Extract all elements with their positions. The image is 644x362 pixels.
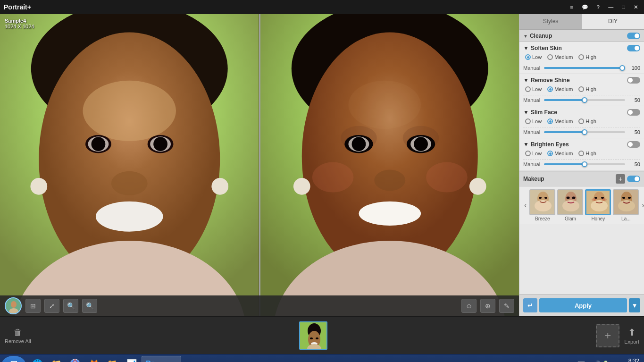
fit-button[interactable]: ⤢ <box>44 299 59 313</box>
svg-point-46 <box>562 200 579 211</box>
taskbar-app-portrait[interactable]: P+ Portrait+ <box>142 356 181 362</box>
taskbar-icon-explorer[interactable]: 📂 <box>104 356 122 362</box>
svg-point-8 <box>92 137 106 151</box>
brighten-eyes-slider[interactable] <box>544 163 625 165</box>
la-thumbnail[interactable] <box>613 189 639 215</box>
svg-point-60 <box>618 200 635 211</box>
taskbar-icon-spreadsheet[interactable]: 📊 <box>123 356 141 362</box>
maximize-button[interactable]: □ <box>619 3 627 11</box>
makeup-thumb-la[interactable]: La... <box>613 189 639 221</box>
remove-all-button[interactable]: 🗑 Remove All <box>5 328 31 344</box>
breeze-thumbnail[interactable] <box>529 189 555 215</box>
remove-shine-toggle[interactable] <box>627 77 640 84</box>
apply-button[interactable]: Apply <box>539 298 627 312</box>
makeup-toggle[interactable] <box>627 176 640 182</box>
makeup-next-button[interactable]: › <box>641 201 644 210</box>
brighten-eyes-slider-row: Manual 50 <box>523 161 640 167</box>
glam-label: Glam <box>557 216 583 221</box>
taskbar: ⊞ 🌐 📁 🦊 📂 📊 P+ Portrait+ EN ⌨ ▲ 🔊 🔋 8:32… <box>0 354 644 362</box>
soften-skin-high-radio[interactable] <box>578 54 584 60</box>
zoom-in-button[interactable]: 🔍 <box>82 299 97 313</box>
brighten-eyes-medium[interactable]: Medium <box>547 151 573 156</box>
makeup-thumb-honey[interactable]: Honey <box>585 189 611 221</box>
brighten-eyes-section: ▼ Brighten Eyes Low Medium High <box>519 138 644 170</box>
close-button[interactable]: ✕ <box>631 3 640 11</box>
soften-skin-radio-row: Low Medium High <box>523 54 640 60</box>
grid-view-button[interactable]: ⊞ <box>25 299 41 313</box>
makeup-thumb-glam[interactable]: Glam <box>557 189 583 221</box>
makeup-prev-button[interactable]: ‹ <box>523 201 527 210</box>
makeup-thumb-breeze[interactable]: Breeze <box>529 189 555 221</box>
taskbar-icon-firefox[interactable]: 🦊 <box>85 356 103 362</box>
soften-skin-low[interactable]: Low <box>525 54 542 60</box>
face-detect-button[interactable]: ☺ <box>461 299 477 313</box>
brighten-eyes-chevron: ▼ <box>523 141 529 148</box>
chat-icon[interactable]: 💬 <box>579 3 591 11</box>
canvas-area: Sample4 1024 X 1024 <box>0 14 519 316</box>
start-button[interactable]: ⊞ <box>2 356 25 362</box>
brighten-eyes-medium-radio[interactable] <box>547 151 553 156</box>
slim-face-manual-label: Manual <box>523 129 541 135</box>
brush-button[interactable]: ✎ <box>499 299 514 313</box>
svg-point-42 <box>539 197 542 199</box>
remove-shine-high-radio[interactable] <box>578 86 584 92</box>
taskbar-icon-chrome[interactable] <box>66 356 84 362</box>
export-label: Export <box>624 339 639 345</box>
svg-point-15 <box>211 178 228 195</box>
apply-icon-button[interactable]: ↵ <box>523 298 537 312</box>
tab-styles[interactable]: Styles <box>519 14 582 29</box>
export-button[interactable]: ⬆ Export <box>624 327 639 345</box>
canvas-label: Sample4 1024 X 1024 <box>5 18 34 29</box>
svg-point-67 <box>316 337 318 339</box>
soften-skin-low-radio[interactable] <box>525 54 531 60</box>
help-icon[interactable]: ? <box>594 3 602 11</box>
svg-point-43 <box>544 197 547 199</box>
filmstrip-thumb-1[interactable] <box>299 321 327 350</box>
app-title: Portrait+ <box>4 3 31 11</box>
slim-face-toggle[interactable] <box>627 109 640 116</box>
glam-thumbnail[interactable] <box>557 189 583 215</box>
minimize-button[interactable]: — <box>606 3 616 11</box>
remove-shine-low-radio[interactable] <box>525 86 531 92</box>
makeup-add-button[interactable]: + <box>616 174 625 184</box>
cleanup-toggle[interactable] <box>627 33 640 39</box>
remove-shine-slider[interactable] <box>544 99 625 101</box>
slim-face-high[interactable]: High <box>578 118 596 124</box>
filmstrip: 🗑 Remove All + ⬆ Export <box>0 316 644 354</box>
taskbar-icon-files[interactable]: 📁 <box>47 356 65 362</box>
stamp-button[interactable]: ⊕ <box>480 299 495 313</box>
slim-face-low-radio[interactable] <box>525 118 531 124</box>
taskbar-icon-ie[interactable]: 🌐 <box>28 356 46 362</box>
tab-diy[interactable]: DIY <box>582 14 644 29</box>
soften-skin-medium-radio[interactable] <box>547 54 553 60</box>
slim-face-high-radio[interactable] <box>578 118 584 124</box>
export-icon: ⬆ <box>628 327 636 338</box>
apply-area: ↵ Apply ▼ <box>519 294 644 316</box>
makeup-label: Makeup <box>523 176 616 182</box>
brighten-eyes-high[interactable]: High <box>578 151 596 156</box>
slim-face-slider[interactable] <box>544 131 625 133</box>
remove-shine-medium[interactable]: Medium <box>547 86 573 92</box>
menu-icon-1[interactable]: ≡ <box>568 3 575 11</box>
remove-shine-low[interactable]: Low <box>525 86 542 92</box>
remove-shine-medium-radio[interactable] <box>547 86 553 92</box>
brighten-eyes-high-radio[interactable] <box>578 151 584 156</box>
apply-dropdown-button[interactable]: ▼ <box>629 298 640 312</box>
remove-shine-high[interactable]: High <box>578 86 596 92</box>
soften-skin-medium[interactable]: Medium <box>547 54 573 60</box>
brighten-eyes-low[interactable]: Low <box>525 151 542 156</box>
slim-face-low[interactable]: Low <box>525 118 542 124</box>
soften-skin-toggle[interactable] <box>627 45 640 51</box>
soften-skin-high[interactable]: High <box>578 54 596 60</box>
brighten-eyes-low-radio[interactable] <box>525 151 531 156</box>
filmstrip-add-button[interactable]: + <box>596 324 619 347</box>
honey-thumbnail[interactable] <box>585 189 611 215</box>
brighten-eyes-toggle[interactable] <box>627 141 640 148</box>
cleanup-chevron: ▼ <box>523 34 528 39</box>
svg-point-10 <box>111 171 148 195</box>
slim-face-medium-radio[interactable] <box>547 118 553 124</box>
soften-skin-slider[interactable] <box>544 67 625 69</box>
slim-face-medium[interactable]: Medium <box>547 118 573 124</box>
svg-point-37 <box>11 301 17 308</box>
zoom-out-button[interactable]: 🔍 <box>63 299 78 313</box>
